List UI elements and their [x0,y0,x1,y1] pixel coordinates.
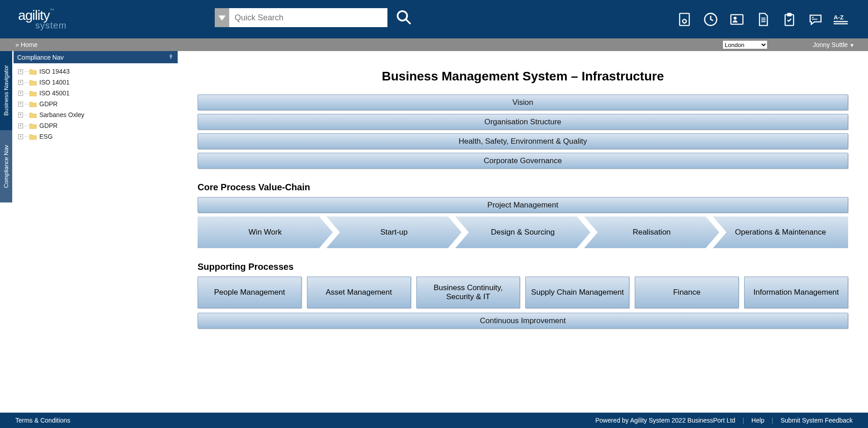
support-box[interactable]: Supply Chain Management [525,277,629,308]
chevron-label: Design & Sourcing [477,228,568,237]
caret-down-icon: ▼ [849,42,854,48]
top-bar[interactable]: Organisation Structure [198,114,848,130]
logo-subtext: system [35,20,66,31]
svg-rect-6 [731,14,743,24]
logo-tm: ™ [50,8,54,13]
app-header: agility™ system A-Z [0,0,868,38]
settings-doc-icon[interactable] [676,11,693,28]
core-heading: Core Process Value-Chain [198,182,848,193]
compliance-tree: +ISO 19443+ISO 14001+ISO 45001+GDPR+Sarb… [14,63,178,145]
chevron-step[interactable]: Operations & Maintenance [713,216,848,248]
location-select[interactable]: London [722,40,768,49]
tree-item[interactable]: +ISO 45001 [15,88,176,99]
breadcrumb-bar: » Home London Jonny Suttle▼ [0,38,868,51]
chevron-label: Win Work [235,228,295,237]
search-input[interactable] [229,8,387,27]
pin-icon[interactable] [168,53,174,61]
expand-icon[interactable]: + [18,80,23,85]
tree-item-label: ESG [39,133,53,140]
svg-marker-0 [218,15,226,20]
top-bar[interactable]: Health, Safety, Environment & Quality [198,133,848,149]
svg-rect-12 [788,13,791,15]
contact-card-icon[interactable] [729,11,745,28]
chevron-label: Start-up [367,228,421,237]
chevron-step[interactable]: Start-up [326,216,462,248]
folder-icon [29,134,37,140]
tree-item-label: ISO 19443 [39,68,70,75]
svg-rect-16 [834,21,848,22]
svg-rect-13 [812,17,814,18]
tree-item[interactable]: +ISO 14001 [15,77,176,88]
expand-icon[interactable]: + [18,91,23,96]
user-name: Jonny Suttle [813,41,848,48]
tree-item[interactable]: +Sarbanes Oxley [15,109,176,120]
header-toolbar: A-Z [676,11,850,28]
value-chain-row: Win WorkStart-upDesign & SourcingRealisa… [198,216,848,248]
top-bar[interactable]: Vision [198,94,848,110]
svg-point-7 [734,17,737,20]
chevron-step[interactable]: Realisation [584,216,719,248]
svg-rect-9 [761,19,765,20]
support-box[interactable]: Finance [635,277,739,308]
clipboard-check-icon[interactable] [781,11,797,28]
breadcrumb-home[interactable]: » Home [15,41,38,48]
support-box[interactable]: Business Continuity, Security & IT [416,277,520,308]
nav-panel-header: Compliance Nav [14,51,178,63]
svg-line-2 [406,19,411,24]
tree-item[interactable]: +ISO 19443 [15,66,176,77]
nav-panel-title: Compliance Nav [17,54,64,61]
folder-icon [29,80,37,85]
chevron-step[interactable]: Design & Sourcing [455,216,590,248]
footer-help[interactable]: Help [751,417,764,424]
svg-rect-10 [761,21,765,22]
chevron-label: Operations & Maintenance [722,228,840,237]
footer-powered: Powered by Agility System 2022 BusinessP… [595,417,736,424]
tree-item-label: GDPR [39,122,57,129]
folder-icon [29,69,37,75]
tab-business-navigator[interactable]: Business Navigator [0,51,12,130]
svg-rect-14 [812,19,817,19]
expand-icon[interactable]: + [18,113,23,118]
app-logo: agility™ system [18,8,66,31]
footer-terms[interactable]: Terms & Conditions [15,417,70,424]
support-box[interactable]: Information Management [744,277,848,308]
support-box[interactable]: People Management [198,277,302,308]
tree-item-label: Sarbanes Oxley [39,111,85,118]
compliance-nav-panel: Compliance Nav +ISO 19443+ISO 14001+ISO … [14,51,178,145]
az-icon[interactable]: A-Z [834,11,850,28]
chevron-step[interactable]: Win Work [198,216,333,248]
expand-icon[interactable]: + [18,102,23,107]
tree-item[interactable]: +GDPR [15,99,176,109]
document-icon[interactable] [755,11,771,28]
support-bar-continuous-improvement[interactable]: Continuous Improvement [198,313,848,329]
core-bar-project-management[interactable]: Project Management [198,197,848,213]
support-grid: People ManagementAsset ManagementBusines… [198,277,848,308]
support-box[interactable]: Asset Management [307,277,411,308]
user-menu[interactable]: Jonny Suttle▼ [813,41,854,48]
search-filter-dropdown[interactable] [215,8,229,27]
svg-rect-17 [834,23,848,24]
tree-item-label: GDPR [39,100,57,108]
tree-item[interactable]: +ESG [15,131,176,142]
folder-icon [29,90,37,96]
search-icon[interactable] [396,9,412,27]
speech-icon[interactable] [807,11,824,28]
side-tabs: Business Navigator Compliance Nav [0,51,14,202]
search-wrap [215,8,412,27]
expand-icon[interactable]: + [18,134,23,139]
footer-feedback[interactable]: Submit System Feedback [780,417,853,424]
tree-item-label: ISO 45001 [39,89,70,97]
folder-icon [29,112,37,118]
folder-icon [29,101,37,107]
expand-icon[interactable]: + [18,69,23,74]
folder-icon [29,123,37,129]
support-heading: Supporting Processes [198,262,848,272]
clock-icon[interactable] [703,11,719,28]
tree-item[interactable]: +GDPR [15,120,176,131]
tree-item-label: ISO 14001 [39,79,70,86]
svg-text:A-Z: A-Z [834,14,844,21]
expand-icon[interactable]: + [18,123,23,128]
svg-point-4 [683,19,686,23]
top-bar[interactable]: Corporate Governance [198,153,848,169]
tab-compliance-nav[interactable]: Compliance Nav [0,130,12,202]
